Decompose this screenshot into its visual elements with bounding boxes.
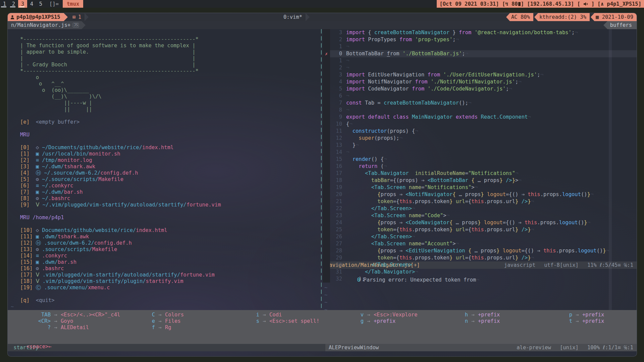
tmux-window-item[interactable]: ⊞ 1 — [68, 13, 85, 21]
startify-line[interactable]: [2] ≡ /tmp/monitor.log — [8, 157, 320, 164]
startify-line[interactable]: [9] Ⅴ ~/.vim/plugged/vim-startify/autolo… — [8, 202, 320, 208]
tmux-right-segments: AC 80%kthreadd:(2) 3%▦ 2021-10-09 — [505, 13, 637, 21]
powerline-arrow-icon — [506, 13, 510, 21]
text-segment — [346, 184, 371, 190]
startify-line[interactable]: [1] ▣ /usr/local/bin/monitor.sh — [8, 151, 320, 157]
startify-line: (__)\ )\/\ — [8, 94, 320, 100]
tag-occupied-indicator — [10, 6, 15, 7]
text-segment — [346, 213, 371, 219]
vim-command-line[interactable]: E21: Cannot make changes, 'modifiable' i… — [8, 351, 637, 357]
startify-line[interactable]: [5] ⚙ ~/.source/scripts/Makefile — [8, 176, 320, 183]
code-text: const Tab = createBottomTabNavigator();¬ — [346, 100, 471, 107]
startify-line[interactable]: [16] ⚙ .bashrc — [8, 265, 320, 272]
text-segment: … props — [452, 220, 478, 226]
startify-line[interactable]: [19] Ⓒ .source/xmenu/xmenu.c — [8, 285, 320, 291]
code-pane[interactable]: 3import { createBottomTabNavigator } fro… — [323, 29, 637, 310]
text-segment — [365, 114, 368, 120]
tmux-session-segment[interactable]: p4p1@p4p1XPS15 — [8, 13, 64, 21]
text-segment — [30, 144, 36, 150]
text-segment: render — [353, 156, 371, 162]
text-segment: { — [346, 121, 349, 127]
right-arrow-icon: → — [51, 318, 61, 324]
startify-line[interactable]: [17] Ⅴ .vim/plugged/vim-startify/autoloa… — [8, 272, 320, 278]
startify-line[interactable]: [14] ≡ .conkyrc — [8, 253, 320, 259]
startify-line[interactable]: [3] ▣ ~/.dwm/tshark.awk — [8, 164, 320, 170]
line-number: 22 — [330, 205, 346, 212]
text-segment — [346, 191, 377, 197]
startify-line[interactable]: [q] <quit> — [8, 297, 320, 304]
tab-main-navigator[interactable]: n/MainNavigator.js+ JS — [8, 21, 82, 29]
text-segment: *---------------------------------------… — [11, 36, 199, 42]
text-segment: { — [471, 177, 474, 183]
sign-column — [323, 64, 330, 71]
text-segment: ¬ — [528, 114, 531, 120]
tmux-active-window[interactable]: 0:vim* — [280, 13, 310, 21]
workspace-tag-3[interactable]: 3 — [18, 0, 27, 8]
text-segment: ¬ — [346, 65, 349, 71]
ale-statusline-filetype: ale-preview — [517, 344, 551, 351]
code-text: );¬ — [346, 276, 368, 283]
tab-buffers-label[interactable]: buffers — [607, 21, 637, 29]
line-number: 14 — [330, 149, 346, 156]
text-segment — [39, 189, 42, 195]
workspace-tag-4[interactable]: 4 — [27, 0, 36, 8]
text-segment: url — [456, 255, 465, 261]
text-segment — [499, 248, 502, 254]
startify-line[interactable]: [0] ◇ ~/Documents/github/website/rice/in… — [8, 144, 320, 151]
text-segment: ; — [452, 37, 455, 43]
text-segment: this — [525, 220, 537, 226]
vertical-split-separator[interactable] — [320, 29, 323, 310]
mapping-key: f — [112, 324, 155, 331]
startify-line[interactable]: [18] Ⅴ .vim/plugged/vim-startify/plugin/… — [8, 278, 320, 285]
text-segment: [13] — [11, 246, 33, 252]
startify-line[interactable]: [8] ⚙ ~/.bashrc — [8, 195, 320, 202]
dwm-bar-spacer — [83, 0, 437, 8]
startify-line[interactable]: [15] ▣ .dwm/bar.sh — [8, 259, 320, 265]
text-segment: PropTypes — [365, 37, 399, 43]
startify-line[interactable]: [7] ▣ ~/.dwm/bar.sh — [8, 189, 320, 195]
startify-line[interactable]: [e] <empty buffer> — [8, 119, 320, 125]
bottom-statusline-row: startify ALEPreviewWindow ale-preview [u… — [8, 344, 637, 351]
text-segment: ={ — [465, 227, 472, 233]
text-segment — [39, 272, 42, 278]
sign-column — [323, 156, 330, 163]
text-segment — [30, 164, 36, 170]
code-line: 6¬ — [323, 93, 637, 100]
tmux-session-name: p4p1@p4p1XPS15 — [16, 14, 60, 20]
sign-column — [323, 78, 330, 85]
line-number: 2 — [330, 36, 346, 43]
dwm-layout-symbol[interactable]: []= — [49, 0, 59, 8]
sign-column — [323, 205, 330, 212]
text-segment: tshark.awk — [64, 164, 95, 170]
code-line: 27 <Tab.Screen name="Account">¬ — [323, 240, 637, 247]
startify-line[interactable]: [12] Ⓗ .source/dwm-6.2/config.def.h — [8, 240, 320, 246]
startify-line[interactable]: [6] ≡ ~/.conkyrc — [8, 183, 320, 189]
code-line-current: ✗0BottomTabBar from './BottomTabBar.js';… — [323, 50, 637, 57]
startify-line[interactable]: [11] ▣ .dwm/tshark.awk — [8, 234, 320, 240]
text-segment: ; — [572, 29, 575, 36]
code-buffer-window[interactable]: 3import { createBottomTabNavigator } fro… — [323, 29, 637, 261]
left-arrow-icon: ← — [48, 344, 51, 350]
startify-line[interactable]: [13] ⚙ .source/scripts/Makefile — [8, 246, 320, 253]
workspace-tag-5[interactable]: 5 — [36, 0, 45, 8]
text-segment — [346, 248, 377, 254]
text-segment: [q] — [11, 297, 30, 303]
code-text: import NotifNavigator from './Notif/Noti… — [346, 78, 522, 85]
text-segment: /> — [522, 198, 528, 204]
right-arrow-icon: → — [259, 318, 269, 324]
code-text: return (¬ — [346, 163, 387, 170]
text-segment — [484, 191, 487, 197]
text-segment: = — [421, 184, 424, 190]
workspace-tag-2[interactable]: 2 — [9, 0, 18, 8]
text-segment: { — [468, 248, 471, 254]
text-segment: | appear to be simple. | — [11, 49, 196, 55]
text-segment — [468, 177, 471, 183]
text-segment: ¬ — [384, 163, 387, 169]
text-segment: <Tab.Screen — [371, 184, 406, 190]
startify-line[interactable]: [4] Ⓗ ~/.source/dwm-6.2/config.def.h — [8, 170, 320, 176]
mapping-command: Rg — [165, 324, 171, 331]
workspace-tag-1[interactable]: 1 — [0, 0, 9, 8]
startify-line[interactable]: [10] ◇ Documents/github/website/rice/ind… — [8, 227, 320, 234]
text-segment — [41, 285, 44, 291]
startify-pane[interactable]: *---------------------------------------… — [8, 29, 320, 310]
